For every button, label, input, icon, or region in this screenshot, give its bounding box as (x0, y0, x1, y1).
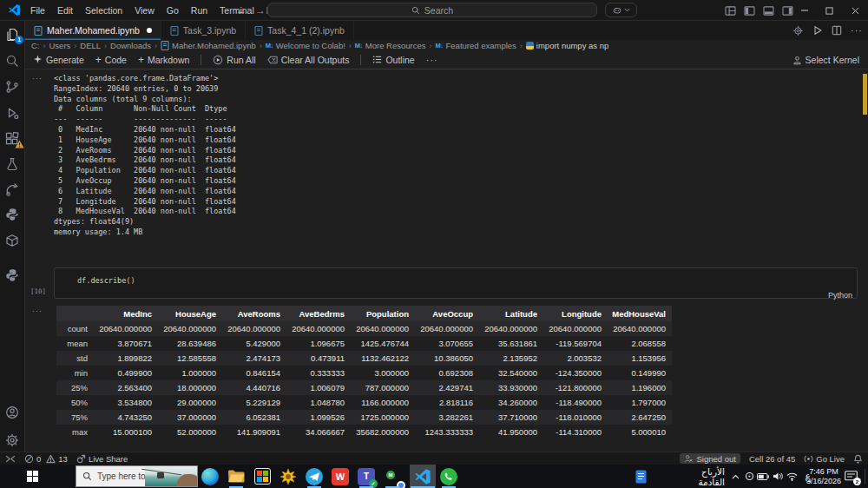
taskbar-whatsapp[interactable] (436, 465, 462, 488)
add-code-button[interactable]: + Code (95, 54, 127, 66)
more-actions-icon[interactable]: ··· (851, 25, 863, 36)
breadcrumb-item[interactable]: Welcome to Colab! (276, 41, 345, 50)
taskbar-clock[interactable]: 7:46 PM 3/16/2026 (800, 467, 847, 485)
tray-wifi[interactable] (786, 465, 798, 488)
taskbar-edge[interactable] (197, 465, 223, 488)
select-kernel-button[interactable]: Select Kernel (792, 50, 859, 69)
clear-all-outputs-button[interactable]: Clear All Outputs (267, 55, 350, 65)
add-markdown-button[interactable]: + Markdown (138, 54, 189, 66)
code-token-parens: () (126, 276, 135, 285)
taskbar-search-input[interactable]: Type here to search (76, 465, 198, 487)
back-arrow-icon[interactable]: ← (236, 4, 247, 16)
taskbar-teams[interactable]: T ✓ (353, 465, 379, 488)
sidebar-item-jupyter[interactable] (0, 230, 24, 251)
bell-icon[interactable] (853, 454, 863, 464)
output-menu-icon[interactable]: ··· (32, 75, 43, 82)
toggle-panel-icon[interactable] (763, 6, 774, 16)
modified-dot[interactable] (147, 28, 152, 33)
menu-selection[interactable]: Selection (79, 0, 128, 21)
tab-task-3-ipynb[interactable]: Task_3.ipynb (161, 21, 246, 40)
menu-edit[interactable]: Edit (51, 0, 79, 21)
windows-taskbar: Type here to search W T ✓ M (0, 465, 868, 488)
breadcrumb-item[interactable]: Maher.Mohamed.ipynb (172, 41, 256, 50)
taskbar-wps[interactable]: W (327, 465, 353, 488)
tab-task-4-1-2-ipynb[interactable]: Task_4_1 (2).ipynb (246, 21, 354, 40)
generate-button[interactable]: Generate (33, 55, 84, 65)
pinned-document[interactable] (635, 465, 647, 488)
table-cell: 41.950000 (479, 425, 543, 439)
table-row: 25%2.56340018.0000004.4407161.006079787.… (56, 380, 672, 395)
table-cell: 787.000000 (351, 380, 415, 395)
copilot-menu[interactable] (605, 3, 637, 17)
code-cell[interactable]: df.describe() (54, 267, 858, 299)
breadcrumb-item[interactable]: Downloads (110, 41, 151, 50)
menu-run[interactable]: Run (185, 0, 214, 21)
breadcrumb-item[interactable]: More Resources (365, 41, 426, 50)
run-all-button[interactable]: Run All (213, 55, 255, 65)
cell-language-picker[interactable]: Python (828, 291, 852, 300)
table-row: 50%3.53480029.0000005.2291291.0487801166… (56, 395, 672, 410)
toggle-sidebar-icon[interactable] (744, 6, 755, 16)
sidebar-item-search[interactable] (0, 50, 24, 71)
remote-indicator[interactable] (5, 454, 16, 464)
forward-arrow-icon[interactable]: → (255, 4, 266, 16)
sidebar-item-live-share[interactable] (0, 179, 24, 200)
go-live-button[interactable]: Go Live (804, 454, 845, 464)
sidebar-item-python[interactable] (0, 204, 24, 225)
tray-expand[interactable] (732, 465, 740, 488)
sidebar-item-source-control[interactable] (0, 76, 24, 97)
sidebar-item-python-env[interactable] (0, 265, 24, 286)
table-cell: 37.000000 (158, 410, 222, 425)
signed-out-status[interactable]: Signed out (680, 453, 740, 464)
notification-center[interactable]: 2 (845, 465, 858, 488)
command-center-search[interactable]: Search (267, 3, 597, 17)
show-desktop-divider[interactable] (865, 469, 865, 484)
notebook-settings-icon[interactable] (792, 25, 804, 36)
kernel-icon (792, 56, 802, 65)
settings-button[interactable] (0, 430, 24, 451)
menu-file[interactable]: File (24, 0, 51, 21)
split-editor-icon[interactable] (832, 25, 842, 36)
table-cell: 0.692308 (415, 366, 479, 380)
breadcrumb-item[interactable]: import numpy as np (536, 41, 608, 50)
taskbar-vscode[interactable] (410, 465, 436, 488)
taskbar-chrome[interactable]: M (379, 465, 405, 488)
breadcrumb-item[interactable]: Featured examples (446, 41, 516, 50)
maximize-icon[interactable] (817, 0, 842, 21)
close-icon[interactable] (843, 0, 868, 21)
tray-ring[interactable] (745, 465, 754, 488)
markdown-icon: M↓ (355, 42, 363, 49)
tab-maher-mohamed-ipynb[interactable]: Maher.Mohamed.ipynb (25, 21, 161, 40)
menu-go[interactable]: Go (161, 0, 185, 21)
toolbar-more-icon[interactable]: ··· (426, 55, 438, 65)
taskbar-file-explorer[interactable] (223, 465, 249, 488)
taskbar-star-app[interactable] (275, 465, 301, 488)
run-icon[interactable] (812, 25, 823, 36)
outline-button[interactable]: Outline (372, 55, 414, 65)
breadcrumb-item[interactable]: DELL (80, 41, 101, 50)
vscode-logo[interactable] (8, 3, 21, 16)
account-button[interactable] (0, 402, 24, 423)
sidebar-item-run-debug[interactable] (0, 102, 24, 123)
wifi-icon (786, 472, 798, 481)
sidebar-item-explorer[interactable]: 1 (0, 24, 24, 45)
sidebar-item-testing[interactable] (0, 154, 24, 175)
output-menu-icon[interactable]: ··· (32, 307, 43, 315)
cell-position[interactable]: Cell 26 of 45 (749, 454, 795, 464)
code-line[interactable]: df.describe() (77, 276, 135, 285)
start-button[interactable] (0, 465, 66, 488)
breadcrumb-item[interactable]: Users (49, 41, 71, 50)
pinned-document-label[interactable]: الأرباح القادمة (698, 465, 725, 488)
taskbar-store[interactable] (249, 465, 275, 488)
taskbar-telegram[interactable] (301, 465, 327, 488)
sidebar-item-extensions[interactable] (0, 129, 24, 149)
minimize-icon[interactable] (792, 0, 817, 21)
tray-volume[interactable] (773, 465, 784, 488)
live-share-status[interactable]: Live Share (76, 454, 128, 464)
table-cell: -118.490000 (543, 395, 608, 410)
menu-view[interactable]: View (128, 0, 161, 21)
problems-indicator[interactable]: 0 13 (24, 454, 68, 464)
breadcrumb-item[interactable]: C: (31, 41, 40, 50)
customize-layout-icon[interactable] (725, 6, 736, 16)
tray-battery[interactable] (757, 465, 769, 488)
